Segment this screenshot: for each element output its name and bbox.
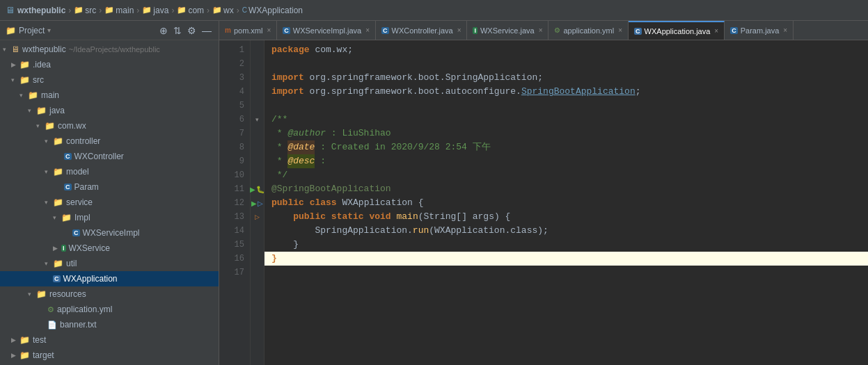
tree-item-wxthepublic[interactable]: ▾ 🖥 wxthepublic ~/IdeaProjects/wxthepubl… (0, 42, 219, 57)
code-line-9: * @desc : (265, 154, 868, 168)
tab-label-wxcontroller: WXController.java (392, 26, 453, 35)
code-text: WXApplication { (337, 196, 424, 210)
tree-item-main[interactable]: ▾ 📁 main (0, 88, 219, 103)
tab-label-wxservice: WXService.java (480, 26, 535, 35)
chevron-down-icon[interactable]: ▾ (47, 26, 51, 34)
keyword-void: void (369, 210, 390, 224)
java-icon-breadcrumb: C (242, 6, 247, 14)
breadcrumb-wx[interactable]: wx (223, 6, 234, 15)
tree-item-wxapplication[interactable]: ▶ C WXApplication (0, 271, 219, 286)
breadcrumb-src[interactable]: src (85, 6, 96, 15)
pom-tab-icon: m (225, 26, 231, 34)
tab-close-param[interactable]: × (783, 26, 787, 34)
tab-wxapplication[interactable]: C WXApplication.java × (629, 21, 725, 40)
tree-item-java[interactable]: ▾ 📁 java (0, 103, 219, 118)
breadcrumb-main[interactable]: main (116, 6, 134, 15)
tree-item-resources[interactable]: ▾ 📁 resources (0, 286, 219, 302)
tree-item-param[interactable]: ▶ C Param (0, 179, 219, 195)
line-number-1: 1 (219, 43, 244, 57)
tree-label-wxcontroller: WXController (74, 152, 124, 161)
run-icon-12[interactable]: ▶ (251, 200, 257, 207)
tree-path: ~/IdeaProjects/wxthepublic (69, 45, 160, 54)
tree-label-main: main (41, 90, 59, 100)
gutter-6[interactable]: ▾ (251, 113, 264, 127)
gutter-11-run[interactable]: ▶ 🐛 (251, 182, 264, 196)
method-run: run (413, 224, 429, 238)
breadcrumb-class[interactable]: WXApplication (248, 6, 303, 15)
tab-application[interactable]: ⚙ application.yml × (549, 21, 629, 40)
code-editor: 1 2 3 4 5 6 7 8 9 10 11 12 13 14 15 16 1… (219, 40, 868, 365)
sidebar: 📁 Project ▾ ⊕ ⇅ ⚙ — ▾ 🖥 wxthepublic ~/Id… (0, 21, 219, 365)
arrow-icon: ▶ (53, 245, 61, 252)
tab-pom[interactable]: m pom.xml × (219, 21, 277, 40)
breadcrumb-com[interactable]: com (188, 6, 204, 15)
expand-icon-12[interactable]: ▷ (258, 200, 263, 207)
tree-item-model[interactable]: ▾ 📁 model (0, 164, 219, 179)
sidebar-title-label: Project (19, 26, 45, 35)
tab-wxcontroller[interactable]: C WXController.java × (376, 21, 467, 40)
tab-wxserviceimpl[interactable]: C WXServiceImpl.java × (277, 21, 376, 40)
run-icon-11[interactable]: ▶ (250, 186, 255, 193)
tree-item-wxcontroller[interactable]: ▶ C WXController (0, 149, 219, 164)
tree-item-target[interactable]: ▶ 📁 target (0, 348, 219, 363)
gutter-12-run[interactable]: ▶ ▷ (251, 196, 264, 210)
line-number-16: 16 (219, 252, 244, 266)
code-line-7: * @author : LiuShihao (265, 127, 868, 140)
gutter-13-arrow[interactable]: ▷ (251, 210, 264, 224)
breadcrumb-java[interactable]: java (153, 6, 168, 15)
tab-label-pom: pom.xml (234, 26, 263, 35)
tree-item-idea[interactable]: ▶ 📁 .idea (0, 57, 219, 72)
collapse-button[interactable]: ⇅ (172, 25, 183, 36)
settings-button[interactable]: ⚙ (186, 25, 198, 36)
tab-close-wxserviceimpl[interactable]: × (365, 26, 370, 34)
sidebar-title: 📁 Project ▾ (6, 26, 51, 35)
tab-label-wxserviceimpl: WXServiceImpl.java (293, 26, 361, 35)
line-number-14: 14 (219, 224, 244, 238)
tree-item-impl[interactable]: ▾ 📁 Impl (0, 210, 219, 225)
txt-icon: 📄 (47, 321, 57, 330)
tree-item-test[interactable]: ▶ 📁 test (0, 332, 219, 348)
locate-button[interactable]: ⊕ (158, 25, 169, 36)
tree-item-comwx[interactable]: ▾ 📁 com.wx (0, 118, 219, 133)
tree-item-bannertxt[interactable]: ▶ 📄 banner.txt (0, 317, 219, 332)
tab-wxservice[interactable]: I WXService.java × (467, 21, 549, 40)
tree-item-service[interactable]: ▾ 📁 service (0, 195, 219, 210)
tree-item-applicationyml[interactable]: ▶ ⚙ application.yml (0, 302, 219, 317)
gutter-5 (251, 99, 264, 113)
java-c-tab-wxcontroller: C (381, 27, 389, 34)
tab-close-pom[interactable]: × (267, 26, 271, 34)
minimize-button[interactable]: — (200, 25, 213, 36)
comment: * (271, 140, 287, 154)
code-text: (String[] args) { (418, 210, 511, 224)
comment2: : (315, 154, 326, 168)
arrow-icon: ▾ (3, 46, 11, 53)
tree-item-util[interactable]: ▾ 📁 util (0, 256, 219, 271)
java-c-icon-wxserviceimpl: C (72, 229, 80, 236)
tree-item-wxservice[interactable]: ▶ I WXService (0, 241, 219, 256)
arrow-icon: ▾ (11, 76, 19, 83)
code-line-12: public class WXApplication { (265, 196, 868, 210)
code-space (364, 210, 370, 224)
tab-param[interactable]: C Param.java × (725, 21, 794, 40)
tree-item-wxserviceimpl[interactable]: ▶ C WXServiceImpl (0, 225, 219, 241)
tab-close-wxapplication[interactable]: × (714, 27, 718, 35)
java-c-icon-wxcontroller: C (64, 153, 72, 160)
tree-label-util: util (66, 259, 77, 268)
gutter-14 (251, 224, 264, 238)
debug-icon-11[interactable]: 🐛 (256, 186, 265, 193)
code-line-11: @SpringBootApplication (265, 182, 868, 196)
breadcrumb-root[interactable]: wxthepublic (17, 6, 65, 15)
line-number-12: 12 (219, 196, 244, 210)
spring-link[interactable]: SpringBootApplication (521, 85, 636, 99)
gutter-16 (251, 252, 264, 266)
code-line-3: import org.springframework.boot.SpringAp… (265, 71, 868, 85)
tab-close-wxcontroller[interactable]: × (457, 26, 461, 34)
tree-item-controller[interactable]: ▾ 📁 controller (0, 133, 219, 149)
tree-item-src[interactable]: ▾ 📁 src (0, 72, 219, 88)
code-line-15: } (265, 238, 868, 252)
tab-close-wxservice[interactable]: × (539, 26, 543, 34)
java-c-tab-wxserviceimpl: C (283, 27, 290, 34)
code-content[interactable]: package com.wx; import org.springframewo… (265, 40, 868, 365)
gutter-15 (251, 238, 264, 252)
tab-close-application[interactable]: × (618, 26, 622, 34)
